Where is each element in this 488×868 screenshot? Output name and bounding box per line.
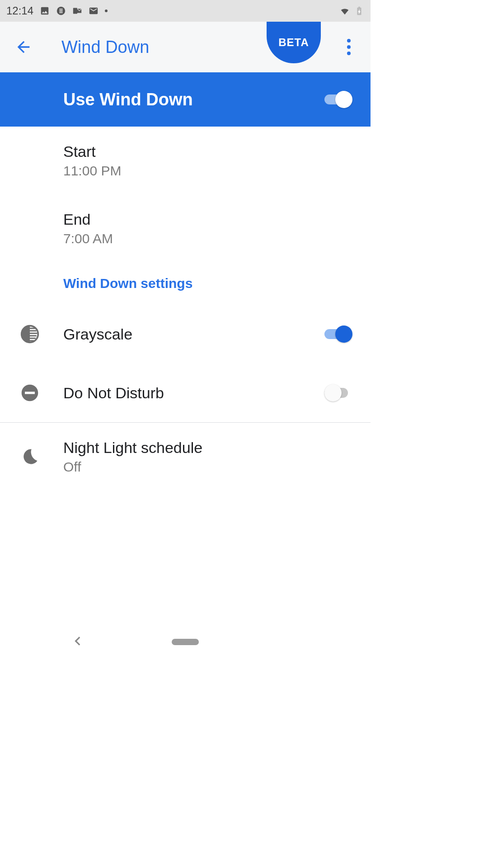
- status-bar: 12:14: [0, 0, 371, 22]
- moon-icon: [20, 447, 40, 467]
- night-light-row[interactable]: Night Light schedule Off: [0, 423, 371, 491]
- use-wind-down-switch[interactable]: [324, 91, 352, 108]
- grayscale-row[interactable]: Grayscale: [0, 305, 371, 363]
- more-notifications-dot: [105, 9, 108, 12]
- settings-list: Start 11:00 PM End 7:00 AM Wind Down set…: [0, 127, 371, 491]
- end-value: 7:00 AM: [63, 231, 352, 246]
- arrow-back-icon: [14, 38, 33, 56]
- hash-icon: [56, 6, 66, 16]
- beta-badge: BETA: [267, 22, 321, 63]
- grayscale-icon: [20, 324, 40, 344]
- more-vert-icon: [347, 39, 351, 42]
- night-light-value: Off: [63, 459, 352, 475]
- outlook-icon: [72, 6, 82, 16]
- back-button[interactable]: [13, 36, 34, 58]
- do-not-disturb-icon: [20, 383, 40, 403]
- end-time-row[interactable]: End 7:00 AM: [0, 194, 371, 262]
- nav-home-pill[interactable]: [172, 639, 199, 645]
- overflow-menu-button[interactable]: [340, 36, 358, 58]
- navigation-bar: [0, 626, 371, 658]
- grayscale-switch[interactable]: [324, 326, 352, 343]
- use-wind-down-label: Use Wind Down: [63, 90, 324, 109]
- app-bar: Wind Down BETA: [0, 22, 371, 72]
- night-light-label: Night Light schedule: [63, 439, 352, 457]
- chevron-left-icon: [72, 635, 84, 647]
- start-label: Start: [63, 143, 352, 160]
- battery-charging-icon: [354, 6, 364, 16]
- do-not-disturb-label: Do Not Disturb: [63, 384, 352, 402]
- wifi-icon: [340, 6, 350, 16]
- use-wind-down-row[interactable]: Use Wind Down: [0, 72, 371, 127]
- start-value: 11:00 PM: [63, 163, 352, 179]
- mail-icon: [89, 6, 99, 16]
- do-not-disturb-row[interactable]: Do Not Disturb: [0, 363, 371, 422]
- end-label: End: [63, 211, 352, 228]
- start-time-row[interactable]: Start 11:00 PM: [0, 127, 371, 194]
- nav-back-button[interactable]: [72, 635, 86, 649]
- do-not-disturb-switch[interactable]: [324, 384, 352, 401]
- page-title: Wind Down: [61, 38, 149, 57]
- wind-down-settings-header: Wind Down settings: [0, 262, 371, 305]
- svg-rect-1: [73, 8, 77, 14]
- svg-rect-5: [25, 392, 35, 394]
- grayscale-label: Grayscale: [63, 326, 352, 343]
- image-icon: [40, 6, 50, 16]
- status-time: 12:14: [6, 5, 33, 17]
